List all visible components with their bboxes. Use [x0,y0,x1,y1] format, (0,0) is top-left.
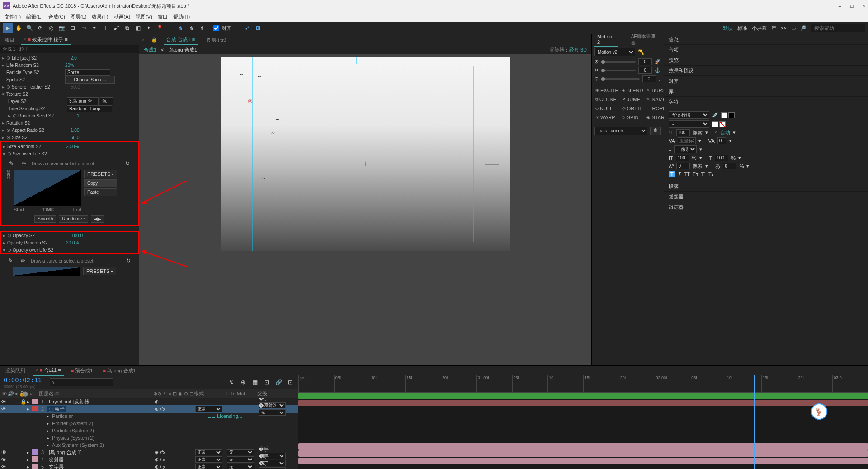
opacity-curve-graph[interactable] [13,267,80,276]
timeline-search-input[interactable] [50,378,113,386]
menu-comp[interactable]: 合成(C) [47,13,67,21]
font-size-input[interactable] [676,129,690,136]
italic-button[interactable]: T [678,171,681,177]
tab-comp-1[interactable]: 合成 合成1 ≡ [164,35,198,45]
layer-row[interactable]: 👁 ▸ 5 文字层 ⊕ /fx 正常 无 �手 无 [0,463,298,469]
panel-character[interactable]: 字符≡ [664,97,868,107]
anchor-l-icon[interactable]: ⊙ [594,59,599,65]
layer-row[interactable]: ▸Particular≣≣ Licensing... [0,413,298,420]
size-random-value[interactable]: 20.0% [66,144,79,149]
tab-close-icon[interactable]: × [142,37,145,42]
down-icon[interactable]: ↓ [659,76,661,82]
close-button[interactable]: × [863,3,865,9]
help-search-input[interactable] [811,24,865,32]
panel-tracker[interactable]: 跟踪器 [664,202,868,212]
tool-warp[interactable]: ≋ WARP [594,114,619,121]
tl-icon-4[interactable]: ⊡ [262,378,272,387]
font-family-dropdown[interactable]: 华文行楷 [669,111,709,119]
camera-tool[interactable]: 📷 [57,23,67,33]
pencil-icon[interactable]: ✏ [19,159,29,168]
tl-icon-6[interactable]: ⊡ [285,378,295,387]
tab-tl-comp1[interactable]: × ■ 合成1 ≡ [33,366,64,376]
aspect-value[interactable]: 1.00 [71,128,79,133]
workspace-lib[interactable]: 库 [771,25,776,32]
rocket-icon[interactable]: 🚀 [655,59,661,65]
layer-dropdown[interactable]: 3.鸟.png 合 [67,97,99,105]
panel-paragraph[interactable]: 段落 [664,181,868,192]
text-tool[interactable]: T [100,23,110,33]
life-sec-value[interactable]: 2.0 [71,56,77,61]
tool-spin[interactable]: ↻ SPIN [621,114,644,121]
task-launch-dropdown[interactable]: Task Launch [594,127,647,135]
presets-dropdown[interactable]: PRESETS ▾ [84,170,117,178]
panel-info[interactable]: 信息 [664,34,868,45]
particle-type-dropdown[interactable]: Sprite [65,69,110,76]
menu-help[interactable]: 帮助(H) [171,13,192,21]
tool-blend[interactable]: ◈ BLEND [621,87,644,94]
panel-preview[interactable]: 预览 [664,55,868,66]
panel-wiggler[interactable]: 摇摆器 [664,192,868,202]
presets-dropdown-2[interactable]: PRESETS ▾ [83,267,116,275]
hand-tool[interactable]: ✋ [14,23,24,33]
layer-row[interactable]: ▸Particle (System 2) [0,427,298,434]
menu-file[interactable]: 文件(F) [3,13,23,21]
tab-render-queue[interactable]: 渲染队列 [3,366,28,375]
smallcaps-button[interactable]: Tᴛ [693,171,698,177]
panel-library[interactable]: 库 [664,86,868,97]
tab-tl-precomp[interactable]: ■ 预合成1 [68,366,96,375]
puppet-tool[interactable]: 📍 [155,23,165,33]
layer-row[interactable]: ▸Emitter (System 2) [0,420,298,427]
snap-checkbox[interactable] [213,25,219,31]
panel-align[interactable]: 对齐 [664,76,868,86]
anchor-r-icon[interactable]: ⊙ [594,76,599,82]
panel-menu-icon[interactable]: ≡ [65,37,67,42]
tab-effect-controls[interactable]: × ■ 效果控件 粒子 ≡ [21,35,71,45]
bold-button[interactable]: T [669,171,675,177]
anchor-x-icon[interactable]: ✕ [594,67,599,73]
slider-1-value[interactable]: 0 [638,58,652,65]
tab-close-icon[interactable]: × [24,37,26,42]
workspace-toggle-icon[interactable]: ▭ [791,25,796,31]
lock-icon[interactable]: 🔒 [151,37,157,43]
crumb-bird[interactable]: 鸟.png 合成1 [169,47,198,53]
time-sampling-dropdown[interactable]: Random - Loop [67,105,112,112]
anchor-icon[interactable]: ⚓ [655,67,661,73]
view-axis-icon[interactable]: ⋔ [197,23,207,33]
paste-button[interactable]: Paste [84,188,117,196]
slider-2[interactable] [601,70,636,71]
pen-tool[interactable]: ✒ [90,23,99,33]
pencil-icon-2[interactable]: ✏ [18,256,28,265]
orbit-tool[interactable]: ⟳ [35,23,45,33]
menu-effect[interactable]: 效果(T) [90,13,110,21]
tab-script-mgr[interactable]: AE脚本管理器 [628,32,661,47]
tl-icon-2[interactable]: ⊕ [238,378,248,387]
timeline-ruler[interactable]: ₀₀s05f10f15f20f01:00f05f10f15f20f02:00f0… [298,375,868,393]
tl-icon-3[interactable]: ▦ [250,378,260,387]
superscript-button[interactable]: T¹ [701,171,706,177]
menu-window[interactable]: 窗口 [156,13,170,21]
kerning-input[interactable] [678,137,696,144]
copy-button[interactable]: Copy [84,179,117,187]
brush-tool[interactable]: 🖌 [111,23,121,33]
workspace-standard[interactable]: 标准 [737,25,747,32]
layer-row[interactable]: 👁 ▸ 4 发射器 ⊕ /fx 正常 无 �手 无 [0,456,298,463]
tool-jump[interactable]: ↗ JUMP [621,96,644,103]
size-curve-graph[interactable] [14,170,81,206]
zoom-tool[interactable]: 🔍 [24,23,34,33]
composition-canvas[interactable]: ～ ～ ～ ～ ～ ◎ ✛ [221,57,510,251]
eraser-tool[interactable]: ◧ [133,23,143,33]
workspace-more[interactable]: >> [781,25,787,31]
menu-edit[interactable]: 编辑(E) [24,13,45,21]
layer-row[interactable]: 👁 ▸ 3 [鸟.png 合成 1] ⊕ /fx 正常 无 �手 无 [0,449,298,456]
size-value[interactable]: 50.0 [71,135,79,140]
menu-anim[interactable]: 动画(A) [112,13,132,21]
tool-excite[interactable]: ✚ EXCITE [594,87,619,94]
panel-menu-icon[interactable]: ≡ [622,37,624,42]
slider-1[interactable] [601,61,636,63]
choose-sprite-button[interactable]: Choose Sprite... [65,76,115,84]
stroke-swatch[interactable] [728,112,735,118]
renderer-link[interactable]: 经典 3D [569,47,587,52]
rotate-tool[interactable]: ◎ [46,23,56,33]
pen-icon[interactable]: ✎ [6,159,16,168]
panel-audio[interactable]: 音频 [664,45,868,55]
